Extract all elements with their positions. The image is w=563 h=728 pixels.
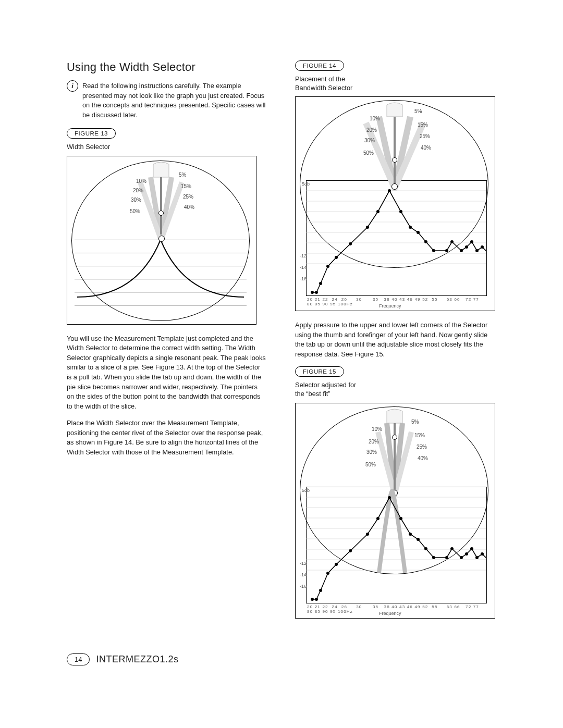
- svg-point-48: [388, 496, 391, 499]
- svg-point-23: [432, 249, 435, 252]
- svg-point-18: [388, 189, 391, 192]
- figure-13: FIGURE 13 Width Selector: [67, 128, 266, 325]
- svg-point-44: [335, 563, 338, 566]
- svg-point-13: [326, 265, 329, 268]
- pct-left-30: 30%: [366, 449, 377, 455]
- response-plot-icon: [306, 180, 486, 295]
- svg-point-54: [445, 556, 448, 559]
- svg-point-40: [311, 598, 314, 601]
- pct-left-30: 30%: [131, 197, 141, 203]
- pct-left-20: 20%: [369, 439, 379, 445]
- pct-right-15: 15%: [418, 122, 428, 128]
- pct-right-5: 5%: [179, 172, 186, 178]
- pct-left-50: 50%: [363, 150, 374, 156]
- pct-right-15: 15%: [181, 183, 191, 189]
- x-axis-label: Frequency: [379, 611, 401, 616]
- pct-left-10: 10%: [370, 116, 380, 121]
- svg-point-25: [450, 240, 454, 243]
- figure-caption: Selector adjusted for the “best fit”: [295, 381, 494, 398]
- pct-right-5: 5%: [411, 419, 419, 425]
- svg-point-28: [470, 240, 473, 243]
- figure-15-graphic: 10% 20% 30% 50% 5% 15% 25% 40%: [295, 403, 495, 619]
- svg-point-43: [326, 572, 329, 575]
- svg-point-20: [409, 226, 412, 229]
- pct-left-10: 10%: [136, 178, 146, 184]
- rivet-icon: [158, 236, 165, 242]
- svg-point-15: [349, 242, 352, 245]
- svg-point-11: [315, 291, 318, 294]
- svg-point-46: [366, 533, 369, 536]
- pct-right-15: 15%: [414, 433, 425, 438]
- svg-point-56: [460, 556, 463, 559]
- pct-left-20: 20%: [133, 188, 143, 193]
- figure-label: FIGURE 15: [295, 366, 344, 377]
- pct-right-25: 25%: [417, 444, 427, 450]
- svg-point-26: [460, 249, 463, 252]
- response-plot-icon: [306, 487, 486, 602]
- svg-point-55: [450, 547, 454, 550]
- svg-point-60: [481, 552, 484, 556]
- svg-point-27: [465, 245, 468, 249]
- svg-point-17: [376, 210, 380, 213]
- figure-caption: Width Selector: [67, 143, 266, 152]
- svg-point-19: [399, 210, 402, 213]
- footer-title: INTERMEZZO1.2s: [96, 654, 178, 665]
- figure-15: FIGURE 15 Selector adjusted for the “bes…: [295, 366, 494, 618]
- pct-right-25: 25%: [420, 133, 430, 139]
- pct-left-30: 30%: [364, 138, 375, 143]
- svg-point-22: [424, 240, 427, 243]
- svg-point-21: [417, 231, 420, 234]
- y-axis-label: 5db: [302, 181, 310, 187]
- figure-label: FIGURE 14: [295, 60, 344, 71]
- peak-curve-icon: [75, 235, 247, 318]
- svg-point-30: [481, 245, 484, 249]
- pct-left-10: 10%: [372, 426, 382, 432]
- figure-14: FIGURE 14 Placement of the Bandwidth Sel…: [295, 60, 494, 311]
- right-column: FIGURE 14 Placement of the Bandwidth Sel…: [295, 60, 494, 628]
- pct-right-25: 25%: [183, 194, 193, 200]
- two-column-layout: Using the Width Selector i Read the foll…: [67, 60, 494, 628]
- svg-point-29: [475, 249, 479, 252]
- y-axis-label: 5db: [302, 488, 310, 493]
- svg-point-50: [409, 533, 412, 536]
- svg-point-58: [470, 547, 473, 550]
- svg-point-24: [445, 249, 448, 252]
- pct-right-40: 40%: [421, 145, 431, 151]
- svg-point-57: [465, 552, 468, 556]
- svg-point-41: [315, 598, 318, 601]
- tab-button-icon: [158, 211, 164, 216]
- pct-right-5: 5%: [414, 108, 422, 114]
- page-footer: 14 INTERMEZZO1.2s: [67, 653, 178, 665]
- figure-caption: Placement of the Bandwidth Selector: [295, 75, 494, 92]
- figure-13-graphic: 10% 20% 30% 50% 5% 15% 25% 40%: [67, 156, 256, 325]
- intro-text: Read the following instructions carefull…: [82, 81, 266, 120]
- svg-point-53: [432, 556, 435, 559]
- svg-point-49: [399, 517, 402, 520]
- pct-right-40: 40%: [418, 455, 428, 461]
- svg-point-59: [475, 556, 479, 559]
- section-heading: Using the Width Selector: [67, 60, 266, 74]
- figure-label: FIGURE 13: [67, 128, 116, 139]
- paragraph-1: You will use the Measurement Template ju…: [67, 334, 266, 411]
- svg-point-14: [335, 256, 338, 259]
- pct-left-50: 50%: [365, 462, 376, 467]
- svg-point-45: [349, 549, 352, 552]
- page-content: Using the Width Selector i Read the foll…: [67, 60, 494, 628]
- figure-14-graphic: 10% 20% 30% 50% 5% 15% 25% 40%: [295, 96, 495, 311]
- svg-point-10: [311, 291, 314, 294]
- pct-left-20: 20%: [366, 127, 377, 133]
- intro-block: i Read the following instructions carefu…: [67, 81, 266, 120]
- svg-point-52: [424, 547, 427, 550]
- paragraph-3: Apply pressure to the upper and lower le…: [295, 320, 494, 359]
- x-axis-label: Frequency: [379, 303, 401, 309]
- left-column: Using the Width Selector i Read the foll…: [67, 60, 266, 628]
- paragraph-2: Place the Width Selector over the Measur…: [67, 418, 266, 457]
- pct-left-50: 50%: [130, 208, 140, 214]
- svg-point-51: [417, 538, 420, 541]
- tab-button-icon: [392, 435, 397, 440]
- page-number: 14: [67, 653, 90, 665]
- svg-point-47: [376, 517, 380, 520]
- svg-point-42: [319, 589, 322, 592]
- pct-right-40: 40%: [184, 204, 194, 210]
- info-icon: i: [67, 80, 78, 92]
